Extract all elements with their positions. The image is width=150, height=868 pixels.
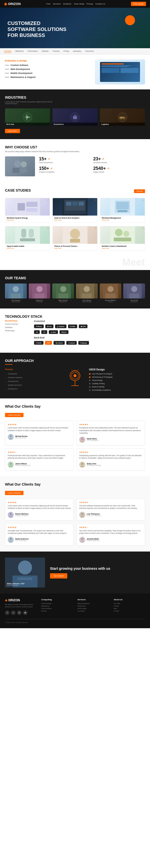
footer-link-consulting[interactable]: Consulting <box>78 610 109 612</box>
nav-free[interactable]: Free <box>46 3 50 5</box>
tech-main-panel: Front-End ⚛ React ◈ Vue △ Angular 5 HTML… <box>34 320 145 347</box>
team-member-2: Diana Fox UI Designer <box>29 283 51 303</box>
case-card-1[interactable]: ↗ Workflow System Energy View Case <box>5 198 50 222</box>
approach-right-text-3: Visual Design <box>92 379 103 381</box>
tech-badge-python: 🐍 Python <box>54 341 65 345</box>
author-info-4: Emily Chen VP Product, ScaleUp <box>87 463 101 466</box>
footer-top: ◈ ORIZON We deliver innovative technolog… <box>5 598 145 615</box>
footer-link-web-dev[interactable]: Web Development <box>78 603 109 604</box>
industries-section: INDUSTRIES Lorem ipsum dolor sit amet co… <box>0 89 150 139</box>
svg-rect-8 <box>123 117 125 119</box>
industry-card-logistics[interactable]: Logistics <box>100 108 145 126</box>
footer-link-contact[interactable]: Contact <box>114 610 145 612</box>
industry-card-oil[interactable]: Oil & Gas <box>5 108 50 126</box>
case-card-2[interactable]: ↗ SaaS for End-to-End Analytics View Cas… <box>53 198 97 222</box>
footer-link-team[interactable]: Our Team <box>114 603 145 604</box>
footer-desc: We deliver innovative technology solutio… <box>5 603 36 608</box>
svg-point-50 <box>84 286 90 292</box>
case-card-link-1[interactable]: View Case <box>7 219 48 221</box>
tech-frontend-label: Front-End <box>34 320 145 322</box>
stat-projects-number: 150+ ↗ <box>39 166 91 171</box>
case-card-link-2[interactable]: View Case <box>54 219 96 221</box>
case-card-title-4: Opay E-wallet mobile <box>7 245 48 247</box>
social-youtube-icon[interactable]: ▶ <box>23 611 28 615</box>
author-avatar-2 <box>79 437 85 443</box>
stars-4: ★★★★★ <box>79 451 142 453</box>
approach-left: Process Understand Architect solutions D… <box>5 368 61 392</box>
tab-laboratory[interactable]: Laboratory <box>73 50 81 53</box>
svg-rect-18 <box>26 208 37 212</box>
social-facebook-icon[interactable]: f <box>5 611 9 615</box>
case-card-5[interactable]: ↗ Fitness & Personal Trainers View Case <box>53 226 97 251</box>
testimonials-2-review-button[interactable]: Leave a Review <box>5 491 24 495</box>
svg-rect-16 <box>18 203 25 211</box>
free-quote-button[interactable]: Free Quote <box>131 2 146 6</box>
nav-case[interactable]: Case Study <box>74 3 84 5</box>
footer-link-devops[interactable]: DevOps <box>41 610 72 612</box>
case-card-4[interactable]: ↗ Opay E-wallet mobile View Case <box>5 226 50 251</box>
tab-performance[interactable]: Performance <box>28 50 38 53</box>
svg-rect-77 <box>80 466 84 468</box>
case-card-link-5[interactable]: View Case <box>54 248 96 249</box>
author-role-6: Head of IT, CorpTech <box>87 515 101 516</box>
team-avatar-4 <box>76 283 98 299</box>
stat-arrow-2: ↗ <box>102 158 104 160</box>
svg-rect-71 <box>80 441 84 443</box>
social-twitter-icon[interactable]: t <box>11 611 16 615</box>
case-card-link-4[interactable]: View Case <box>7 248 48 249</box>
tab-software[interactable]: Software <box>42 50 49 53</box>
tech-nav-cloud[interactable]: Cloud & DevOps <box>5 323 30 325</box>
case-card-title-1: Workflow System Energy <box>7 217 48 219</box>
case-card-link-3[interactable]: View Case <box>102 219 143 221</box>
footer-link-uiux[interactable]: UI/UX Design <box>78 608 109 609</box>
case-card-link-6[interactable]: View Case <box>102 248 143 249</box>
footer-link-careers[interactable]: Careers <box>114 605 145 607</box>
social-linkedin-icon[interactable]: in <box>17 611 22 615</box>
nav-pricing[interactable]: Pricing <box>87 3 93 5</box>
tab-products[interactable]: Products <box>53 50 60 53</box>
tab-pricing[interactable]: Pricing <box>63 50 69 53</box>
approach-process-label: Process <box>5 368 61 370</box>
testimonial-author-2: Sarah Davis CTO, StartupXYZ <box>79 437 142 443</box>
meet-text-decoration: Meet <box>0 257 150 270</box>
industry-card-ecom[interactable]: Ecommerce <box>53 108 97 126</box>
nav-services[interactable]: Services <box>53 3 61 5</box>
svg-rect-17 <box>26 202 37 207</box>
svg-rect-35 <box>70 239 80 243</box>
tech-nav-database[interactable]: Database <box>5 327 30 328</box>
footer-link-engineering[interactable]: Engineering <box>41 605 72 607</box>
footer-link-mobile-apps[interactable]: Mobile Apps <box>78 605 109 607</box>
case-card-3[interactable]: ↗ Workload Management View Case <box>100 198 145 222</box>
service-text-1: Custom Sofware <box>10 64 28 66</box>
cta-person-label: Ethan Johnson, CEO Orizon Technologies <box>7 583 25 586</box>
svg-point-85 <box>9 538 12 540</box>
tech-badge-react: ⚛ React <box>34 324 44 328</box>
tech-nav-mobile[interactable]: Mobile Apps <box>5 330 30 332</box>
nav-contact[interactable]: Contact Us <box>95 3 105 5</box>
author-avatar-7 <box>8 537 14 543</box>
team-role-2: UI Designer <box>29 301 51 303</box>
svg-point-10 <box>123 118 125 120</box>
footer-link-cloud[interactable]: Cloud Solutions <box>41 608 72 609</box>
tab-comments[interactable]: Comments <box>85 50 94 53</box>
tab-overview[interactable]: Overview <box>4 50 11 53</box>
testimonials-1-review-button[interactable]: Leave a Review <box>5 413 24 417</box>
tech-backend-label: Back-End <box>34 337 145 339</box>
cta-get-started-button[interactable]: Get Started <box>50 573 67 579</box>
tab-milestones[interactable]: Milestones <box>15 50 24 53</box>
industries-learn-more-button[interactable]: Learn More <box>5 129 20 133</box>
nav-solutions[interactable]: Solutions <box>63 3 71 5</box>
testimonial-card-8: ★★★★☆ Top-notch service and technical ca… <box>77 524 145 546</box>
stars-6: ★★★★★ <box>79 501 142 503</box>
industries-title: INDUSTRIES <box>5 95 145 99</box>
footer-link-product-design[interactable]: Product Design <box>41 603 72 604</box>
dot-4 <box>89 383 90 384</box>
tech-nav-react[interactable]: React/Firebase <box>5 320 30 322</box>
approach-center-icon <box>65 368 85 388</box>
footer-link-blog[interactable]: Blog <box>114 608 145 609</box>
approach-step-2: Architect solutions <box>5 377 61 378</box>
case-studies-view-all-button[interactable]: View All <box>134 189 145 193</box>
case-card-6[interactable]: ↗ Nutrition Coach & Nutritionist View Ca… <box>100 226 145 251</box>
tech-badge-vue: ◈ Vue <box>45 324 54 328</box>
author-avatar-3 <box>8 462 14 468</box>
